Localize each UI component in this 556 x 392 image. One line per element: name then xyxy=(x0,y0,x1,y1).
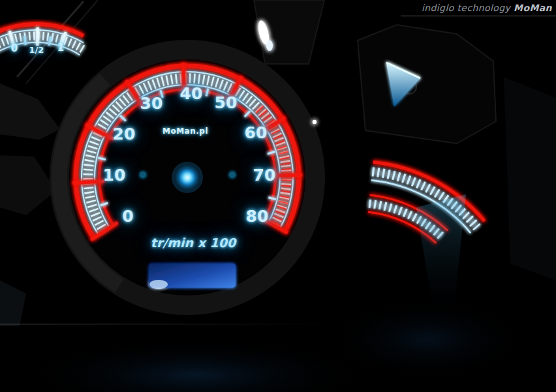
tach-label-80: 80 xyxy=(246,207,269,226)
fuel-label-half: 1/2 xyxy=(29,45,44,55)
header: indiglo technology MoMan xyxy=(422,3,552,13)
tach-label-10: 10 xyxy=(103,166,126,185)
tach-label-40: 40 xyxy=(180,84,203,103)
glass-reflection-wedge xyxy=(416,194,466,312)
dash-edge-streak xyxy=(0,324,339,325)
header-tagline: indiglo technology xyxy=(422,3,510,13)
needle-hub xyxy=(178,168,197,187)
tach-units-label: tr/min x 100 xyxy=(151,235,236,250)
odometer-window xyxy=(149,264,236,289)
header-brand: MoMan xyxy=(514,3,552,13)
tach-label-0: 0 xyxy=(122,207,133,226)
tach-label-20: 20 xyxy=(113,125,136,143)
tach-label-30: 30 xyxy=(140,94,163,113)
instrument-cluster-photo: indiglo technology MoMan 0 10 20 30 40 5… xyxy=(0,0,556,392)
face-dot-left xyxy=(140,172,146,178)
bottom-reflection-right xyxy=(330,300,525,378)
tach-label-60: 60 xyxy=(245,123,268,142)
header-underline xyxy=(401,16,556,16)
cluster-artwork xyxy=(0,0,556,392)
tach-label-50: 50 xyxy=(215,93,238,112)
fuel-label-full: 1 xyxy=(57,42,64,53)
tach-label-70: 70 xyxy=(253,166,276,185)
fuel-label-empty: 0 xyxy=(11,42,18,54)
face-dot-right xyxy=(229,172,236,178)
tach-brand-text: MoMan.pl xyxy=(162,127,208,136)
right-gauge xyxy=(368,162,485,312)
bottom-reflection xyxy=(26,339,365,392)
